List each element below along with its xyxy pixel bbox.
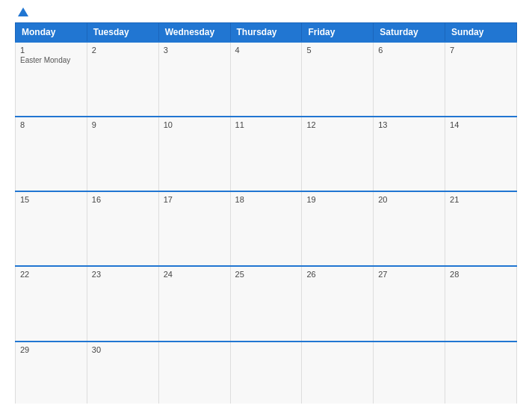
day-number: 7 [450, 46, 512, 55]
calendar-cell [158, 342, 230, 404]
holiday-label: Easter Monday [20, 56, 82, 64]
weekday-header-thursday: Thursday [230, 23, 302, 43]
calendar-cell: 27 [374, 266, 445, 341]
calendar-cell: 17 [158, 191, 230, 266]
calendar-cell: 4 [230, 42, 302, 117]
calendar-cell [302, 342, 374, 404]
day-number: 27 [378, 270, 440, 279]
calendar-cell: 12 [302, 117, 374, 191]
day-number: 17 [164, 195, 226, 204]
logo [15, 7, 28, 16]
calendar-cell [230, 342, 302, 404]
calendar-cell: 23 [87, 266, 158, 341]
weekday-header-row: MondayTuesdayWednesdayThursdayFridaySatu… [16, 23, 517, 43]
calendar-cell: 30 [87, 342, 158, 404]
day-number: 6 [378, 46, 440, 55]
week-row-3: 15161718192021 [16, 191, 517, 266]
calendar-cell: 26 [302, 266, 374, 341]
calendar-cell: 7 [445, 42, 517, 117]
day-number: 21 [450, 195, 512, 204]
day-number: 8 [20, 120, 82, 129]
week-row-2: 891011121314 [16, 117, 517, 191]
day-number: 11 [235, 120, 297, 129]
logo-triangle-icon [18, 7, 28, 16]
calendar-cell: 5 [302, 42, 374, 117]
day-number: 10 [164, 120, 226, 129]
day-number: 23 [92, 270, 154, 279]
day-number: 30 [92, 345, 154, 354]
day-number: 3 [164, 46, 226, 55]
day-number: 20 [378, 195, 440, 204]
week-row-4: 22232425262728 [16, 266, 517, 341]
day-number: 19 [306, 195, 368, 204]
calendar-cell: 1Easter Monday [16, 42, 87, 117]
day-number: 9 [92, 120, 154, 129]
calendar-cell: 21 [445, 191, 517, 266]
calendar-cell: 9 [87, 117, 158, 191]
logo-blue-text [15, 7, 28, 16]
calendar-cell: 29 [16, 342, 87, 404]
calendar-cell [374, 342, 445, 404]
day-number: 1 [20, 46, 82, 55]
calendar-cell: 6 [374, 42, 445, 117]
weekday-header-saturday: Saturday [374, 23, 445, 43]
week-row-5: 2930 [16, 342, 517, 404]
calendar-header [15, 7, 517, 16]
weekday-header-wednesday: Wednesday [158, 23, 230, 43]
calendar-cell: 20 [374, 191, 445, 266]
calendar-cell: 18 [230, 191, 302, 266]
day-number: 4 [235, 46, 297, 55]
day-number: 28 [450, 270, 512, 279]
day-number: 25 [235, 270, 297, 279]
calendar-cell: 15 [16, 191, 87, 266]
day-number: 15 [20, 195, 82, 204]
calendar-cell: 16 [87, 191, 158, 266]
day-number: 14 [450, 120, 512, 129]
calendar-cell: 8 [16, 117, 87, 191]
calendar-table: MondayTuesdayWednesdayThursdayFridaySatu… [15, 22, 517, 404]
day-number: 16 [92, 195, 154, 204]
day-number: 24 [164, 270, 226, 279]
calendar-cell: 14 [445, 117, 517, 191]
day-number: 29 [20, 345, 82, 354]
calendar-cell [445, 342, 517, 404]
day-number: 13 [378, 120, 440, 129]
calendar-cell: 11 [230, 117, 302, 191]
calendar-cell: 13 [374, 117, 445, 191]
calendar-cell: 24 [158, 266, 230, 341]
calendar-cell: 25 [230, 266, 302, 341]
weekday-header-friday: Friday [302, 23, 374, 43]
calendar-cell: 22 [16, 266, 87, 341]
day-number: 18 [235, 195, 297, 204]
weekday-header-monday: Monday [16, 23, 87, 43]
day-number: 22 [20, 270, 82, 279]
day-number: 12 [306, 120, 368, 129]
day-number: 26 [306, 270, 368, 279]
day-number: 2 [92, 46, 154, 55]
weekday-header-tuesday: Tuesday [87, 23, 158, 43]
calendar-cell: 10 [158, 117, 230, 191]
weekday-header-sunday: Sunday [445, 23, 517, 43]
week-row-1: 1Easter Monday234567 [16, 42, 517, 117]
calendar-cell: 3 [158, 42, 230, 117]
day-number: 5 [306, 46, 368, 55]
calendar-cell: 28 [445, 266, 517, 341]
calendar-cell: 19 [302, 191, 374, 266]
calendar-cell: 2 [87, 42, 158, 117]
